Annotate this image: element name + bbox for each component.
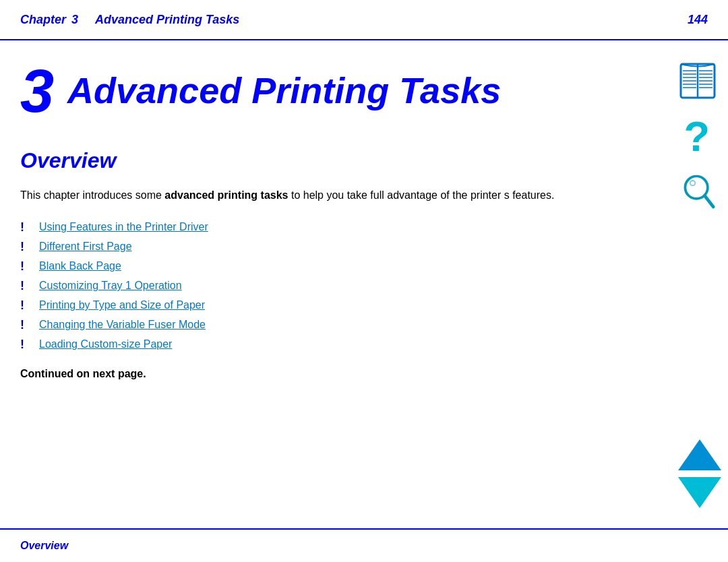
svg-line-16 (704, 195, 713, 207)
list-item: ! Different First Page (20, 240, 654, 254)
page-footer: Overview (0, 528, 728, 562)
header-chapter-label: Chapter (20, 13, 66, 27)
svg-text:?: ? (684, 115, 710, 158)
bullet: ! (20, 299, 31, 313)
bullet: ! (20, 220, 31, 235)
bullet: ! (20, 338, 31, 352)
continued-text: Continued on next page. (20, 368, 654, 380)
bullet: ! (20, 240, 31, 254)
arrow-up-icon[interactable] (678, 439, 721, 470)
overview-heading: Overview (20, 148, 654, 173)
footer-label: Overview (20, 540, 68, 552)
list-item: ! Loading Custom-size Paper (20, 338, 654, 352)
book-icon[interactable] (677, 61, 718, 101)
bullet: ! (20, 279, 31, 293)
question-icon[interactable]: ? (679, 115, 717, 158)
list-item: ! Printing by Type and Size of Paper (20, 299, 654, 313)
list-item: ! Changing the Variable Fuser Mode (20, 318, 654, 332)
header-page-number: 144 (688, 13, 708, 27)
arrow-down-icon[interactable] (678, 477, 721, 508)
search-icon[interactable] (679, 172, 717, 216)
chapter-heading-area: 3 Advanced Printing Tasks (20, 61, 654, 121)
sidebar-icons: ? (667, 47, 728, 216)
bullet: ! (20, 318, 31, 332)
toc-link-customizing-tray[interactable]: Customizing Tray 1 Operation (39, 280, 182, 292)
header-left: Chapter 3 Advanced Printing Tasks (20, 13, 239, 27)
main-content: 3 Advanced Printing Tasks Overview This … (20, 47, 654, 522)
chapter-number-big: 3 (20, 61, 54, 121)
list-item: ! Blank Back Page (20, 259, 654, 274)
toc-link-printing-type-size[interactable]: Printing by Type and Size of Paper (39, 299, 205, 311)
nav-arrows (678, 439, 721, 508)
toc-list: ! Using Features in the Printer Driver !… (20, 220, 654, 352)
page-header: Chapter 3 Advanced Printing Tasks 144 (0, 0, 728, 40)
header-chapter-title: Advanced Printing Tasks (95, 13, 239, 27)
list-item: ! Using Features in the Printer Driver (20, 220, 654, 235)
toc-link-custom-size-paper[interactable]: Loading Custom-size Paper (39, 338, 172, 350)
overview-body: This chapter introduces some advanced pr… (20, 187, 654, 204)
header-chapter-num: 3 (71, 13, 78, 27)
toc-link-printer-driver[interactable]: Using Features in the Printer Driver (39, 221, 208, 233)
toc-link-different-first-page[interactable]: Different First Page (39, 241, 132, 253)
list-item: ! Customizing Tray 1 Operation (20, 279, 654, 293)
bullet: ! (20, 259, 31, 274)
toc-link-fuser-mode[interactable]: Changing the Variable Fuser Mode (39, 319, 206, 331)
svg-point-17 (690, 181, 694, 185)
toc-link-blank-back-page[interactable]: Blank Back Page (39, 260, 121, 272)
chapter-title-big: Advanced Printing Tasks (67, 71, 501, 111)
